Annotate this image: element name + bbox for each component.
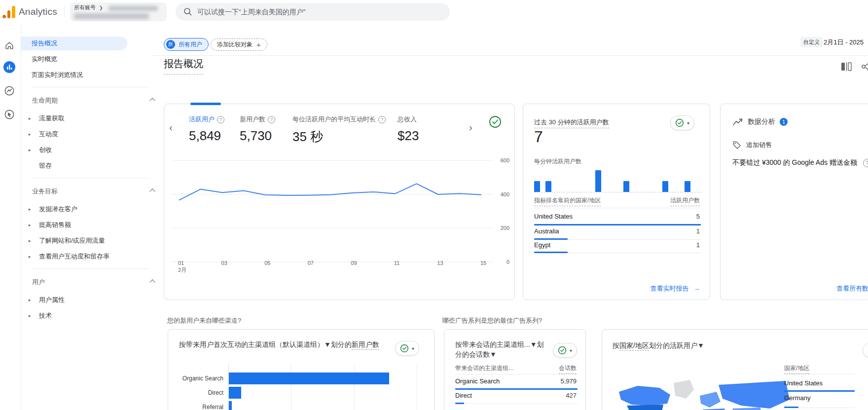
realtime-card: 过去 30 分钟的活跃用户数 ▾ 7 每分钟活跃用户数 指标排名靠前的国家/地区… [523,104,710,300]
advertising-icon[interactable] [3,109,15,120]
sessions-card-title[interactable]: 按带来会话的主渠道组...▼划分的会话数▼ [455,339,546,359]
sidebar-section-header[interactable]: 业务目标 [32,186,158,196]
x-axis-month-label: 2月 [178,267,186,273]
channels-status-pill[interactable]: ▾ [395,341,419,356]
sidebar-section-title: 业务目标 [32,187,58,196]
expand-arrow-icon: ▸ [29,148,39,152]
home-icon[interactable] [3,39,15,51]
sidebar-item[interactable]: 报告概况 [21,37,127,50]
sidebar-item[interactable]: ▸流量获取 [21,112,127,125]
realtime-metric-header[interactable]: 活跃用户数 [670,196,700,206]
sidebar-section-header[interactable]: 用户 [32,277,158,287]
world-map [612,373,795,410]
reports-icon[interactable] [3,61,15,73]
search-input[interactable]: 可以试搜一下“上周来自美国的用户” [176,3,450,21]
sidebar-item[interactable]: 实时概览 [21,52,127,66]
insights-count-badge: 1 [780,118,788,126]
expand-arrow-icon: ▸ [29,298,39,302]
row-value-bar [455,388,578,390]
sidebar-item[interactable]: ▸用户属性 [21,293,127,307]
dimension-selector[interactable]: 国家/地区 [619,341,649,351]
bar-category-label: Referral [173,404,223,410]
sidebar-item[interactable]: ▸创收 [21,143,127,157]
share-icon[interactable] [861,61,868,72]
account-scope-label: 所有账号 [74,4,96,10]
add-comparison-button[interactable]: 添加比较对象 + [211,38,267,51]
sidebar-item[interactable]: 页面实时浏览情况 [21,68,127,82]
sidebar-item-label: 流量获取 [39,114,65,123]
analytics-logo-icon [2,15,6,18]
x-axis-tick-label: 11 [394,260,399,266]
sidebar-item[interactable]: ▸发掘潜在客户 [21,202,127,216]
x-axis-tick-label: 05 [264,260,270,266]
sidebar-item[interactable]: ▸互动度 [21,127,127,141]
explore-icon[interactable] [3,85,15,97]
active-users-by-country-card: 按国家/地区划分的活跃用户▼ ▾ 国家/地区 United StatesGerm… [602,329,868,410]
ads-promo-text: 不要错过 ¥3000 的 Google Ads 赠送金额 ? [732,158,868,167]
sidebar-item-label: 留存 [39,161,52,170]
sidebar-item[interactable]: ▸查看用户互动度和留存率 [21,250,127,263]
sessions-status-pill[interactable]: ▾ [553,343,577,358]
channel-bar [229,401,232,410]
x-axis-tick-label: 01 [178,260,184,266]
redacted-property-name [74,13,149,19]
account-switcher[interactable]: 所有账号 ❯ [70,2,167,21]
bar-category-label: Direct [173,389,223,396]
map-status-pill[interactable]: ▾ [863,343,868,358]
country-name: Germany [784,394,810,402]
sidebar-section-header[interactable]: 生命周期 [32,96,158,106]
view-all-insights-link[interactable]: 查看所有数据分析 [836,284,868,293]
sidebar-item[interactable]: ▸技术 [21,309,127,323]
analytics-logo-bar-short [7,10,10,18]
view-realtime-link[interactable]: 查看实时报告 → [650,284,700,293]
country-name: Australia [534,227,559,235]
sidebar-item-label: 创收 [39,146,52,154]
comparison-chip-all-users[interactable]: 所 所有用户 [164,38,209,51]
sessions-dimension-header[interactable]: 带来会话的主渠道组... [455,364,513,373]
x-axis-tick-label: 09 [351,260,357,266]
sidebar-item-label: 报告概况 [32,39,57,48]
sidebar-item[interactable]: ▸了解网站和/或应用流量 [21,234,127,248]
realtime-status-pill[interactable]: ▾ [670,115,694,130]
table-header-divider [784,374,855,374]
customize-report-icon[interactable] [840,61,852,72]
expand-arrow-icon: ▸ [29,116,39,121]
chevron-up-icon [149,98,155,103]
gridline [417,364,417,410]
sidebar-item-label: 查看用户互动度和留存率 [39,252,109,261]
dropdown-arrow-icon: ▾ [412,346,414,351]
sidebar-divider [31,87,148,87]
add-comparison-label: 添加比较对象 [217,40,253,49]
channels-card-title[interactable]: 按带来用户首次互动的主渠道组（默认渠道组）▼划分的新用户数 [179,340,379,349]
map-card-title[interactable]: 按国家/地区划分的活跃用户▼ [613,341,704,350]
plus-icon: + [256,40,261,49]
expand-arrow-icon: ▸ [29,254,39,259]
check-circle-icon [675,118,684,127]
row-value-bar [534,252,568,253]
sessions-metric-header[interactable]: 会话数 [559,364,577,374]
insights-suggestion-row[interactable]: 追加销售 [732,141,772,149]
check-circle-icon [558,346,567,355]
redacted-account-name [108,6,158,11]
y-axis-tick-label: 400 [501,191,509,197]
table-header-divider [455,374,578,374]
sidebar-item-label: 技术 [39,311,52,320]
help-icon[interactable]: ? [863,159,868,167]
map-russia [719,381,790,409]
sidebar-item-label: 提高销售额 [39,221,71,229]
map-dimension-header[interactable]: 国家/地区 [784,364,809,374]
insights-card: 数据分析 1 追加销售 不要错过 ¥3000 的 Google Ads 赠送金额… [720,104,868,300]
sidebar-item[interactable]: ▸提高销售额 [21,218,127,232]
per-minute-bar-sparkline [534,168,701,192]
comparison-chip-avatar: 所 [166,40,175,49]
metric-selector[interactable]: 新用户数 [352,340,379,350]
channel-bar [229,373,389,384]
insights-title: 数据分析 [748,117,775,126]
search-placeholder: 可以试搜一下“上周来自美国的用户” [197,8,305,17]
realtime-dimension-header[interactable]: 指标排名靠前的国家/地区 [534,196,601,206]
sidebar-item[interactable]: 留存 [21,159,127,173]
y-axis-tick-label: 0 [506,259,509,265]
toolbar-divider [152,55,868,56]
per-minute-bar [534,181,540,192]
date-range-picker[interactable]: 2月1日 - 2025 [824,38,864,47]
